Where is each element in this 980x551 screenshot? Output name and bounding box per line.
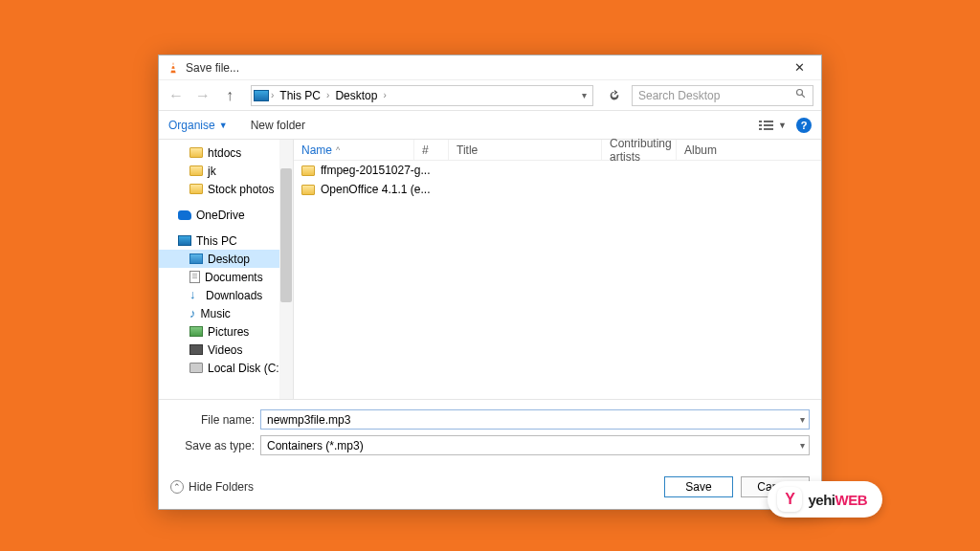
save-file-dialog: Save file... ✕ ← → ↑ › This PC › Desktop…: [158, 55, 822, 510]
search-icon: [795, 88, 807, 102]
folder-icon: [189, 165, 203, 176]
tree-item-desktop[interactable]: Desktop: [159, 250, 293, 268]
tree-item-htdocs[interactable]: htdocs: [159, 143, 293, 162]
vlc-icon: [167, 61, 180, 75]
folder-icon: [301, 185, 315, 195]
disk-icon: [189, 363, 203, 373]
tree-scrollbar[interactable]: [279, 140, 293, 399]
column-number[interactable]: #: [414, 140, 449, 160]
tree-item-downloads[interactable]: Downloads: [159, 286, 293, 304]
column-headers: Name^ # Title Contributing artists Album: [294, 140, 821, 161]
tree-item-this-pc[interactable]: This PC: [159, 231, 293, 250]
list-item[interactable]: OpenOffice 4.1.1 (e...: [294, 180, 821, 199]
close-button[interactable]: ✕: [785, 60, 813, 75]
download-icon: [189, 290, 201, 301]
tree-item-jk[interactable]: jk: [159, 162, 293, 180]
column-name[interactable]: Name^: [294, 140, 414, 160]
chevron-right-icon[interactable]: ›: [271, 90, 274, 100]
chevron-right-icon[interactable]: ›: [326, 90, 329, 100]
svg-rect-1: [171, 64, 174, 66]
toolbar: Organise ▼ New folder ▼ ?: [159, 111, 821, 140]
watermark: Y yehiWEB: [768, 481, 882, 518]
dialog-body: htdocs jk Stock photos OneDrive This PC …: [159, 140, 821, 399]
tree-item-stock-photos[interactable]: Stock photos: [159, 180, 293, 198]
pictures-icon: [189, 326, 203, 337]
chevron-down-icon[interactable]: ▾: [800, 414, 805, 425]
svg-rect-5: [759, 121, 762, 122]
file-list: Name^ # Title Contributing artists Album…: [294, 140, 821, 399]
tree-item-videos[interactable]: Videos: [159, 341, 293, 359]
pc-icon: [254, 90, 269, 101]
chevron-down-icon: ▼: [219, 121, 228, 130]
chevron-down-icon[interactable]: ▾: [800, 440, 805, 451]
address-bar[interactable]: › This PC › Desktop › ▾: [251, 85, 593, 106]
help-button[interactable]: ?: [796, 118, 812, 133]
svg-rect-6: [764, 121, 773, 122]
tree-item-documents[interactable]: Documents: [159, 268, 293, 286]
chevron-up-icon: ⌃: [170, 480, 184, 494]
address-dropdown[interactable]: ▾: [578, 90, 590, 100]
new-folder-button[interactable]: New folder: [251, 119, 305, 132]
savetype-select[interactable]: Containers (*.mp3) ▾: [260, 435, 810, 455]
watermark-text: yehiWEB: [808, 492, 867, 508]
list-item[interactable]: ffmpeg-20151027-g...: [294, 161, 821, 180]
view-options-button[interactable]: ▼: [759, 120, 787, 131]
document-icon: [189, 271, 200, 283]
svg-rect-10: [764, 128, 773, 130]
back-button[interactable]: ←: [167, 86, 186, 105]
svg-rect-2: [171, 68, 175, 70]
title-bar: Save file... ✕: [159, 55, 821, 80]
column-artists[interactable]: Contributing artists: [602, 140, 677, 160]
breadcrumb-desktop[interactable]: Desktop: [331, 89, 381, 102]
watermark-logo: Y: [777, 487, 802, 512]
svg-rect-8: [764, 124, 773, 126]
filename-input[interactable]: newmp3file.mp3 ▾: [260, 409, 810, 430]
save-button[interactable]: Save: [664, 476, 733, 497]
hide-folders-toggle[interactable]: ⌃ Hide Folders: [170, 480, 254, 494]
tree-item-onedrive[interactable]: OneDrive: [159, 206, 293, 224]
desktop-icon: [189, 253, 203, 264]
search-input[interactable]: Search Desktop: [632, 85, 813, 106]
tree-item-pictures[interactable]: Pictures: [159, 322, 293, 341]
savetype-label: Save as type:: [170, 439, 260, 452]
dialog-footer: File name: newmp3file.mp3 ▾ Save as type…: [159, 399, 821, 509]
sort-indicator: ^: [336, 145, 340, 155]
chevron-down-icon: ▼: [778, 121, 787, 130]
pc-icon: [178, 235, 191, 246]
svg-marker-0: [170, 61, 175, 72]
search-placeholder: Search Desktop: [638, 89, 720, 102]
breadcrumb-this-pc[interactable]: This PC: [276, 89, 324, 102]
music-icon: ♪: [189, 306, 196, 320]
filename-label: File name:: [170, 413, 260, 427]
svg-rect-9: [759, 128, 762, 130]
folder-icon: [189, 184, 203, 194]
column-title[interactable]: Title: [449, 140, 602, 160]
column-album[interactable]: Album: [677, 140, 753, 160]
folder-tree: htdocs jk Stock photos OneDrive This PC …: [159, 140, 294, 399]
folder-icon: [189, 147, 203, 158]
svg-line-4: [802, 95, 805, 98]
list-view-icon: [759, 120, 774, 131]
svg-rect-7: [759, 124, 762, 126]
refresh-button[interactable]: [605, 86, 624, 105]
tree-item-music[interactable]: ♪Music: [159, 304, 293, 322]
tree-item-local-disk[interactable]: Local Disk (C:): [159, 359, 293, 377]
onedrive-icon: [178, 210, 191, 220]
chevron-right-icon[interactable]: ›: [383, 90, 386, 100]
up-button[interactable]: ↑: [220, 86, 239, 105]
organise-menu[interactable]: Organise ▼: [168, 119, 228, 132]
forward-button: →: [193, 86, 212, 105]
scrollbar-thumb[interactable]: [280, 168, 292, 302]
svg-point-3: [797, 90, 803, 96]
videos-icon: [189, 344, 203, 355]
dialog-title: Save file...: [186, 61, 785, 75]
navigation-row: ← → ↑ › This PC › Desktop › ▾ Search Des…: [159, 80, 821, 111]
folder-icon: [301, 165, 315, 176]
